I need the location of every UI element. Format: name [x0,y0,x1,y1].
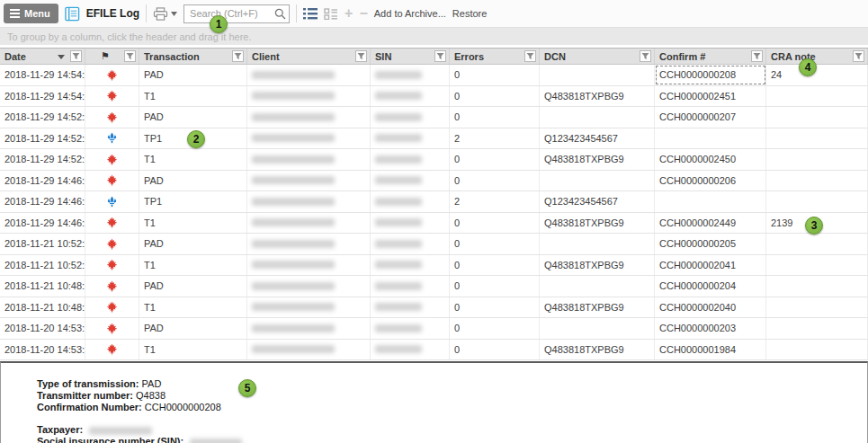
cell-dcn: Q483818TXPBG9 [540,255,655,276]
table-row[interactable]: 2018-11-20 14:53:26 PAD 0 CCH0000000203 [0,318,868,340]
filter-funnel-icon[interactable] [232,50,244,62]
cell-sin [371,255,450,276]
cell-cra-note [766,171,868,191]
add-to-archive-button[interactable]: Add to Archive... [374,8,446,19]
cell-sin [371,86,450,107]
cell-dcn: Q123423454567 [540,128,655,149]
redacted-sin [375,113,422,121]
cell-client [247,213,371,234]
cell-transaction: T1 [139,86,247,107]
restore-button[interactable]: Restore [452,8,488,19]
column-header-date[interactable]: Date [0,49,85,64]
column-header-transaction[interactable]: Transaction [139,49,247,64]
cell-client [247,318,371,339]
page-title: EFILE Log [86,7,139,20]
toolbar: Menu EFILE Log [0,0,868,27]
table-row[interactable]: 2018-11-29 14:52:06 T1 0 Q483818TXPBG9 C… [0,149,868,171]
table-row[interactable]: 2018-11-29 14:46:08 PAD 0 CCH0000000206 [0,171,868,192]
list-view-button[interactable] [303,8,318,20]
redacted-client-name [252,218,335,226]
cell-cra-note [766,340,868,360]
filter-funnel-icon[interactable] [124,50,136,62]
table-row[interactable]: 2018-11-29 14:46:07 TP1 2 Q123423454567 [0,191,868,213]
filter-funnel-icon[interactable] [355,50,367,62]
cell-sin [371,107,450,128]
table-row[interactable]: 2018-11-29 14:54:01 PAD 0 CCH0000000208 … [0,65,868,86]
cell-client [247,255,371,276]
redacted-client-name [252,345,335,353]
cell-confirm-number: CCH0000002451 [655,86,766,107]
table-row[interactable]: 2018-11-29 14:52:08 PAD 0 CCH0000000207 [0,107,868,128]
cell-client [247,128,371,149]
cell-confirm-number [655,128,766,149]
cell-transaction: T1 [139,255,247,276]
search-icon[interactable] [274,8,286,20]
column-header-dcn[interactable]: DCN [540,49,655,64]
filter-funnel-icon[interactable] [640,50,651,62]
column-header-errors[interactable]: Errors [450,49,540,64]
column-header-client[interactable]: Client [247,49,371,64]
print-button[interactable] [153,7,177,21]
column-header-cra-note[interactable]: CRA note [766,49,868,64]
table-row[interactable]: 2018-11-29 14:54:00 T1 0 Q483818TXPBG9 C… [0,86,868,108]
menu-button[interactable]: Menu [4,4,58,23]
cell-date: 2018-11-29 14:54:01 [0,65,85,85]
cell-dcn [540,234,655,254]
cell-dcn [540,318,655,339]
cell-cra-note [766,234,868,254]
cell-date: 2018-11-29 14:46:07 [0,191,85,212]
cell-transaction: T1 [139,297,247,318]
card-view-button[interactable] [324,8,338,20]
cell-client [247,86,371,107]
filter-funnel-icon[interactable] [751,50,763,62]
cell-transaction: PAD [139,171,247,191]
cell-sin [371,276,450,297]
cell-transaction: PAD [139,234,247,254]
cell-sin [371,128,450,149]
cell-flag [85,128,139,149]
column-header-sin[interactable]: SIN [371,49,450,64]
canada-maple-leaf-icon [106,217,118,228]
group-by-bar[interactable]: To group by a column, click the header a… [0,27,868,45]
table-row[interactable]: 2018-11-20 14:53:26 T1 0 Q483818TXPBG9 C… [0,340,868,361]
confirmation-number-line: Confirmation Number: CCH0000000208 [37,402,867,413]
column-header-confirm[interactable]: Confirm # [655,49,766,64]
cell-flag [85,255,139,276]
table-row[interactable]: 2018-11-21 10:52:21 PAD 0 CCH0000000205 [0,234,868,255]
redacted-sin [375,155,422,164]
redacted-client-name [252,71,335,79]
remove-button[interactable]: − [359,6,367,21]
filter-funnel-icon[interactable] [524,50,536,62]
add-button[interactable]: + [345,6,353,21]
cell-client [247,276,371,297]
filter-funnel-icon[interactable] [853,50,864,62]
cell-dcn: Q483818TXPBG9 [540,86,655,107]
redacted-sin [375,261,422,269]
cell-errors: 2 [450,128,540,149]
canada-maple-leaf-icon [106,238,118,250]
table-row[interactable]: 2018-11-29 14:46:02 T1 0 Q483818TXPBG9 C… [0,213,868,235]
redacted-client-name [252,198,335,206]
efile-log-icon [65,6,80,22]
table-row[interactable]: 2018-11-21 10:48:57 PAD 0 CCH0000000204 [0,276,868,297]
cell-cra-note [766,86,868,107]
canada-maple-leaf-icon [106,323,118,334]
flag-icon: ⚑ [101,50,110,62]
column-header-flag[interactable]: ⚑ [85,49,139,64]
cell-errors: 0 [450,297,540,318]
cell-date: 2018-11-21 10:48:55 [0,297,85,318]
cell-client [247,340,371,360]
cell-errors: 0 [450,318,540,339]
cell-confirm-number: CCH0000002040 [655,297,766,318]
table-row[interactable]: 2018-11-21 10:52:20 T1 0 Q483818TXPBG9 C… [0,255,868,277]
cell-errors: 0 [450,107,540,128]
cell-cra-note [766,318,868,339]
cell-cra-note: 24 [766,65,868,85]
filter-funnel-icon[interactable] [70,50,82,62]
cell-cra-note [766,107,868,128]
table-row[interactable]: 2018-11-21 10:48:55 T1 0 Q483818TXPBG9 C… [0,297,868,319]
filter-funnel-icon[interactable] [434,50,446,62]
cell-date: 2018-11-20 14:53:26 [0,318,85,339]
cell-client [247,234,371,254]
table-row[interactable]: 2018-11-29 14:52:07 TP1 2 Q123423454567 [0,128,868,150]
